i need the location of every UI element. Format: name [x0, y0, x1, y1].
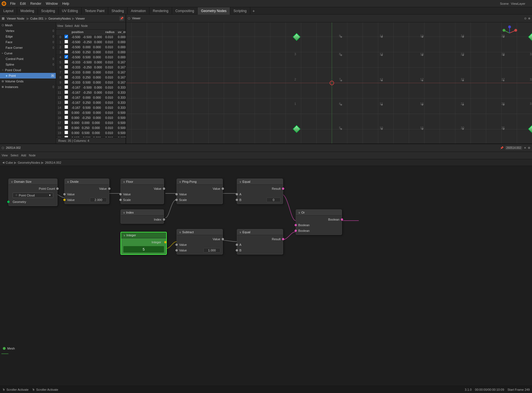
node-domain-size[interactable]: ∨ Domain Size Point Count ⁘ Point Cloud …	[8, 179, 57, 206]
row-check[interactable]	[63, 60, 70, 65]
row-check[interactable]	[63, 115, 70, 120]
integer-value-input[interactable]	[123, 246, 164, 253]
col-header-position[interactable]: position	[70, 30, 103, 34]
row-check[interactable]	[63, 90, 70, 95]
sidebar-section-point-cloud[interactable]: ⁘ Point Cloud	[0, 67, 56, 73]
sidebar-item-control-point[interactable]: Control Point 0	[0, 56, 56, 62]
col-header-radius[interactable]: radius	[104, 30, 116, 34]
node-equal2-header: ∨ Equal	[237, 229, 283, 235]
sidebar-section-curve[interactable]: ~ Curve	[0, 50, 56, 56]
nodes-canvas[interactable]: ∨ Domain Size Point Count ⁘ Point Cloud …	[0, 166, 532, 386]
table-row: 17 0.000 0.000 0.000 0.010 0.500	[56, 120, 126, 125]
sidebar-item-face-corner[interactable]: Face Corner 0	[0, 45, 56, 50]
sidebar-item-face[interactable]: Face 0	[0, 39, 56, 45]
row-check[interactable]	[63, 45, 70, 50]
sidebar-section-volume-grids[interactable]: ⊟ Volume Grids	[0, 78, 56, 84]
row-position: -0.167 0.000 0.000	[70, 95, 103, 100]
tab-animation[interactable]: Animation	[128, 7, 149, 15]
nodes-nodetree-name[interactable]: 260514.002	[505, 146, 522, 150]
row-check[interactable]	[63, 110, 70, 115]
tab-sculpting[interactable]: Sculpting	[38, 7, 59, 15]
tab-layout[interactable]: Layout	[0, 7, 17, 15]
row-check[interactable]	[63, 34, 70, 40]
tab-geometry-nodes[interactable]: Geometry Nodes	[198, 7, 230, 15]
row-check[interactable]	[63, 65, 70, 70]
divide-value-input[interactable]	[90, 198, 107, 202]
row-check[interactable]	[63, 70, 70, 75]
row-radius: 0.010	[104, 80, 116, 85]
nodes-settings-icon[interactable]: ⚙	[528, 146, 530, 149]
tab-rendering[interactable]: Rendering	[149, 7, 172, 15]
row-check[interactable]	[63, 120, 70, 125]
node-ping-pong[interactable]: ∨ Ping-Pong Value Value Scale	[177, 179, 223, 204]
toolbar-add[interactable]: Add	[74, 24, 79, 27]
sidebar-section-mesh[interactable]: ⬡ Mesh	[0, 22, 56, 28]
row-check[interactable]	[63, 100, 70, 105]
row-check[interactable]	[63, 135, 70, 138]
socket-equal2-a-in	[236, 244, 238, 246]
row-check[interactable]	[63, 50, 70, 55]
nodes-select-btn[interactable]: Select	[11, 154, 18, 157]
pin-button[interactable]: 📌	[119, 16, 124, 21]
add-workspace-button[interactable]: +	[253, 9, 255, 13]
sidebar-item-spline[interactable]: Spline 0	[0, 62, 56, 67]
equal1-b-input[interactable]	[267, 198, 281, 202]
sidebar-section-instances[interactable]: ⊞ Instances 0	[0, 84, 56, 90]
node-integer[interactable]: ∨ Integer Integer	[121, 232, 167, 255]
col-header-uvma[interactable]: uv_ma	[116, 30, 126, 34]
nodes-pin-icon[interactable]: 📌	[500, 146, 503, 149]
menu-file[interactable]: File	[8, 0, 18, 7]
row-check[interactable]	[63, 105, 70, 110]
socket-geometry-in	[7, 201, 10, 203]
viewport-overlay-icon[interactable]: ⊙	[524, 17, 526, 20]
row-check[interactable]	[63, 40, 70, 45]
row-check[interactable]	[63, 95, 70, 100]
menu-window[interactable]: Window	[43, 0, 60, 7]
nodes-node-btn[interactable]: Node	[29, 154, 36, 157]
tab-texture-paint[interactable]: Texture Paint	[82, 7, 108, 15]
socket-subtract-out	[222, 238, 224, 240]
row-uvma: 0.000	[116, 34, 126, 40]
node-equal-1[interactable]: ∨ Equal Result A B	[237, 179, 283, 204]
node-subtract[interactable]: ∨ Subtract Value Value Value	[177, 229, 223, 255]
breadcrumb-nodetree[interactable]: GeometryNodes	[18, 161, 40, 164]
node-divide[interactable]: ∨ Divide Value Value Value	[64, 179, 109, 204]
tab-scripting[interactable]: Scripting	[230, 7, 250, 15]
menu-edit[interactable]: Edit	[18, 0, 28, 7]
sidebar-item-edge[interactable]: Edge 0	[0, 34, 56, 39]
node-floor[interactable]: ∨ Floor Value Value Scale	[121, 179, 164, 204]
row-check[interactable]	[63, 125, 70, 130]
toolbar-node[interactable]: Node	[81, 24, 88, 27]
point-cloud-selector[interactable]: ⁘ Point Cloud ▾	[13, 193, 53, 198]
row-position: -0.500 -0.500 0.000	[70, 34, 103, 40]
tab-shading[interactable]: Shading	[108, 7, 128, 15]
node-or-header: ∨ Or	[296, 210, 342, 216]
row-check[interactable]	[63, 130, 70, 135]
subtract-value-input[interactable]	[203, 248, 220, 253]
geometry-socket-dot	[3, 347, 6, 350]
row-check[interactable]	[63, 55, 70, 60]
viewport-gizmo-icon[interactable]: ⊕	[528, 17, 530, 20]
breadcrumb-cube[interactable]: Cube	[6, 161, 13, 164]
nodes-close-icon[interactable]: ✕	[524, 146, 526, 149]
toolbar-select[interactable]: Select	[65, 24, 73, 27]
sidebar-item-vertex[interactable]: Vertex 0	[0, 28, 56, 34]
row-check[interactable]	[63, 75, 70, 80]
row-check[interactable]	[63, 80, 70, 85]
sidebar-item-point[interactable]: ◆ Point 35	[0, 73, 56, 78]
menu-render[interactable]: Render	[28, 0, 43, 7]
mesh-icon: ⬡	[2, 24, 4, 27]
toolbar-view[interactable]: View	[57, 24, 63, 27]
table-row: 1 -0.500 -0.250 0.000 0.010 0.000	[56, 40, 126, 45]
tab-modeling[interactable]: Modeling	[17, 7, 38, 15]
nodes-add-btn[interactable]: Add	[21, 154, 26, 157]
tab-uv-editing[interactable]: UV Editing	[59, 7, 82, 15]
node-equal-2[interactable]: ∨ Equal Result A B	[237, 229, 283, 255]
node-or[interactable]: ∨ Or Boolean Boolean Boolean	[296, 209, 342, 235]
menu-help[interactable]: Help	[60, 0, 71, 7]
node-index[interactable]: ∨ Index Index	[121, 209, 164, 224]
nodes-view-btn[interactable]: View	[2, 154, 8, 157]
tab-compositing[interactable]: Compositing	[172, 7, 198, 15]
row-check[interactable]	[63, 85, 70, 90]
viewport-3d[interactable]: ⬡ Viewer ⊙ ⊕	[126, 15, 532, 144]
